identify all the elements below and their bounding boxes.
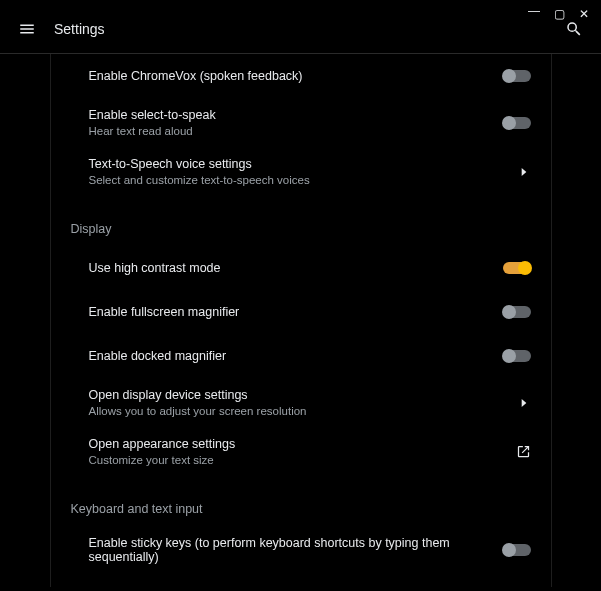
maximize-icon[interactable]: ▢ (554, 7, 565, 21)
row-sublabel: Hear text read aloud (89, 125, 216, 137)
row-chromevox[interactable]: Enable ChromeVox (spoken feedback) (71, 54, 531, 98)
row-appearance[interactable]: Open appearance settings Customize your … (71, 427, 531, 476)
row-tts-settings[interactable]: Text-to-Speech voice settings Select and… (71, 147, 531, 196)
row-label: Enable fullscreen magnifier (89, 305, 240, 319)
row-docked-magnifier[interactable]: Enable docked magnifier (71, 334, 531, 378)
toggle-fullscreen-magnifier[interactable] (503, 306, 531, 318)
row-label: Text-to-Speech voice settings (89, 157, 310, 171)
row-sticky-keys[interactable]: Enable sticky keys (to perform keyboard … (71, 526, 531, 574)
toggle-docked-magnifier[interactable] (503, 350, 531, 362)
row-onscreen-keyboard[interactable]: Enable on-screen keyboard (71, 574, 531, 587)
row-label: Enable sticky keys (to perform keyboard … (89, 536, 503, 564)
chevron-right-icon (517, 165, 531, 179)
page-title: Settings (54, 21, 105, 37)
settings-panel: Enable ChromeVox (spoken feedback) Enabl… (50, 54, 552, 587)
content: Enable ChromeVox (spoken feedback) Enabl… (0, 54, 601, 587)
open-external-icon (516, 444, 531, 459)
row-label: Enable ChromeVox (spoken feedback) (89, 69, 303, 83)
row-fullscreen-magnifier[interactable]: Enable fullscreen magnifier (71, 290, 531, 334)
window-controls: — ▢ ✕ (516, 0, 601, 28)
section-display: Display (71, 222, 531, 236)
row-label: Use high contrast mode (89, 261, 221, 275)
menu-icon[interactable] (18, 20, 36, 38)
toggle-high-contrast[interactable] (503, 262, 531, 274)
row-high-contrast[interactable]: Use high contrast mode (71, 246, 531, 290)
minimize-icon[interactable]: — (528, 4, 540, 18)
header: Settings (0, 4, 601, 54)
toggle-chromevox[interactable] (503, 70, 531, 82)
close-icon[interactable]: ✕ (579, 7, 589, 21)
row-label: Enable select-to-speak (89, 108, 216, 122)
chevron-right-icon (517, 396, 531, 410)
row-sublabel: Allows you to adjust your screen resolut… (89, 405, 307, 417)
row-select-to-speak[interactable]: Enable select-to-speak Hear text read al… (71, 98, 531, 147)
section-keyboard: Keyboard and text input (71, 502, 531, 516)
row-sublabel: Select and customize text-to-speech voic… (89, 174, 310, 186)
toggle-sticky-keys[interactable] (503, 544, 531, 556)
row-label: Open appearance settings (89, 437, 236, 451)
row-label: Open display device settings (89, 388, 307, 402)
row-sublabel: Customize your text size (89, 454, 236, 466)
toggle-select-to-speak[interactable] (503, 117, 531, 129)
row-display-device[interactable]: Open display device settings Allows you … (71, 378, 531, 427)
row-label: Enable docked magnifier (89, 349, 227, 363)
